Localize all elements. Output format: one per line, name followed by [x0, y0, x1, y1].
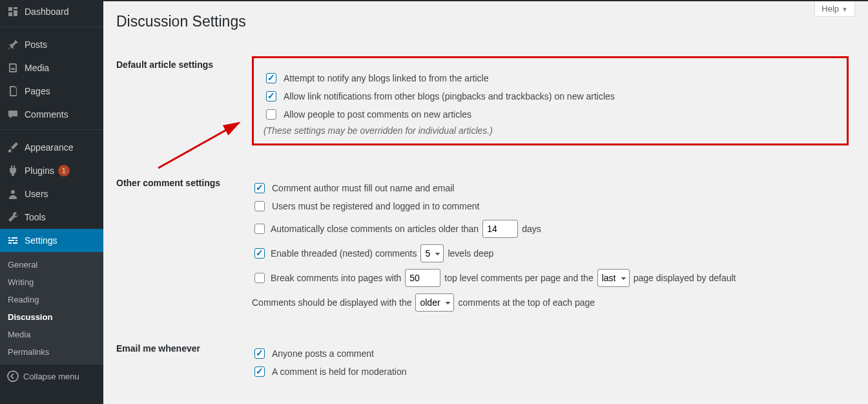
author-fill-checkbox[interactable]: [254, 183, 265, 193]
sidebar-item-settings[interactable]: Settings: [0, 229, 103, 252]
sidebar-item-label: Pages: [25, 86, 50, 96]
email-posts-field[interactable]: Anyone posts a comment: [252, 346, 849, 361]
sidebar-item-appearance[interactable]: Appearance: [0, 136, 103, 159]
svg-point-1: [8, 371, 18, 381]
author-fill-field[interactable]: Comment author must fill out name and em…: [252, 181, 849, 195]
autoclose-pre-label: Automatically close comments on articles…: [271, 224, 479, 234]
order-row: Comments should be displayed with the ol…: [252, 293, 849, 312]
break-post-label: page displayed by default: [634, 273, 736, 283]
sidebar-item-label: Appearance: [25, 142, 74, 153]
autoclose-checkbox[interactable]: [254, 224, 265, 234]
allow-pingbacks-label: Allow link notifications from other blog…: [284, 90, 615, 103]
notify-blogs-checkbox[interactable]: [266, 73, 276, 83]
collapse-icon: [6, 370, 19, 383]
plugins-badge: 1: [58, 165, 70, 176]
submenu-item-permalinks[interactable]: Permalinks: [0, 343, 103, 361]
media-icon: [6, 61, 19, 74]
pin-icon: [6, 38, 19, 51]
registered-checkbox[interactable]: [254, 201, 265, 211]
email-held-field[interactable]: A comment is held for moderation: [252, 365, 849, 379]
allow-comments-label: Allow people to post comments on new art…: [284, 108, 471, 122]
threaded-post-label: levels deep: [448, 248, 493, 259]
section-header-default: Default article settings: [116, 47, 245, 165]
sidebar-item-plugins[interactable]: Plugins 1: [0, 159, 103, 182]
section-header-email: Email me whenever: [116, 330, 245, 395]
main-content: Help▼ Discussion Settings Default articl…: [103, 0, 868, 404]
sidebar-item-users[interactable]: Users: [0, 182, 103, 206]
break-pre-label: Break comments into pages with: [271, 273, 401, 283]
user-icon: [6, 187, 19, 200]
settings-submenu: General Writing Reading Discussion Media…: [0, 252, 103, 365]
threaded-row: Enable threaded (nested) comments 5 leve…: [252, 244, 849, 262]
threaded-checkbox[interactable]: [254, 248, 265, 259]
sidebar-item-label: Media: [25, 63, 49, 73]
sidebar-item-posts[interactable]: Posts: [0, 33, 103, 56]
email-posts-label: Anyone posts a comment: [272, 347, 374, 361]
page-title: Discussion Settings: [116, 13, 855, 30]
collapse-label: Collapse menu: [23, 372, 79, 381]
chevron-down-icon: ▼: [842, 6, 848, 13]
sidebar-item-comments[interactable]: Comments: [0, 103, 103, 126]
allow-comments-checkbox[interactable]: [266, 109, 276, 120]
break-count-input[interactable]: [405, 269, 440, 287]
threaded-levels-select[interactable]: 5: [420, 244, 444, 262]
sidebar-item-media[interactable]: Media: [0, 56, 103, 80]
menu-separator: [0, 27, 103, 30]
sidebar-item-label: Posts: [25, 39, 47, 50]
notify-blogs-field[interactable]: Attempt to notify any blogs linked to fr…: [264, 71, 837, 85]
help-label: Help: [822, 4, 839, 14]
submenu-item-discussion[interactable]: Discussion: [0, 308, 103, 326]
sidebar-item-label: Settings: [25, 235, 57, 246]
break-pages-checkbox[interactable]: [254, 273, 265, 283]
autoclose-days-input[interactable]: [482, 220, 518, 238]
default-settings-note: (These settings may be overridden for in…: [264, 125, 837, 136]
section-header-other: Other comment settings: [116, 165, 245, 330]
threaded-pre-label: Enable threaded (nested) comments: [271, 248, 417, 259]
sidebar-item-tools[interactable]: Tools: [0, 206, 103, 229]
email-held-checkbox[interactable]: [254, 367, 265, 377]
plug-icon: [6, 164, 19, 177]
admin-sidebar: Dashboard Posts Media Pages Comments App…: [0, 0, 103, 404]
sidebar-item-label: Comments: [25, 109, 68, 120]
registered-label: Users must be registered and logged in t…: [272, 200, 479, 213]
registered-field[interactable]: Users must be registered and logged in t…: [252, 199, 849, 213]
help-tab[interactable]: Help▼: [814, 1, 855, 17]
pages-icon: [6, 85, 19, 98]
sidebar-item-pages[interactable]: Pages: [0, 80, 103, 103]
sidebar-item-label: Dashboard: [25, 6, 69, 17]
menu-separator: [0, 129, 103, 133]
email-posts-checkbox[interactable]: [254, 348, 265, 359]
break-page-select[interactable]: last: [597, 269, 630, 287]
collapse-menu-button[interactable]: Collapse menu: [0, 365, 103, 388]
highlight-box: Attempt to notify any blogs linked to fr…: [252, 56, 849, 145]
admin-topbar: [0, 0, 868, 1]
order-select[interactable]: older: [415, 293, 454, 312]
sidebar-item-label: Plugins: [25, 165, 54, 176]
submenu-item-media[interactable]: Media: [0, 326, 103, 343]
settings-form-table: Default article settings Attempt to noti…: [116, 47, 855, 404]
break-pages-row: Break comments into pages with top level…: [252, 269, 849, 287]
notify-blogs-label: Attempt to notify any blogs linked to fr…: [284, 72, 489, 85]
sidebar-item-label: Users: [25, 189, 48, 199]
brush-icon: [6, 141, 19, 154]
allow-pingbacks-field[interactable]: Allow link notifications from other blog…: [264, 89, 837, 103]
autoclose-row: Automatically close comments on articles…: [252, 220, 849, 238]
sidebar-item-label: Tools: [25, 212, 46, 222]
order-post-label: comments at the top of each page: [458, 297, 595, 308]
sidebar-item-dashboard[interactable]: Dashboard: [0, 0, 103, 23]
wrench-icon: [6, 211, 19, 224]
dashboard-icon: [6, 5, 19, 18]
author-fill-label: Comment author must fill out name and em…: [272, 182, 454, 195]
autoclose-post-label: days: [522, 224, 541, 234]
allow-pingbacks-checkbox[interactable]: [266, 91, 276, 101]
submenu-item-writing[interactable]: Writing: [0, 273, 103, 291]
order-pre-label: Comments should be displayed with the: [252, 297, 411, 308]
sliders-icon: [6, 234, 19, 247]
email-held-label: A comment is held for moderation: [272, 365, 407, 379]
comments-icon: [6, 108, 19, 121]
submenu-item-general[interactable]: General: [0, 256, 103, 273]
svg-point-0: [11, 190, 15, 194]
section-header-before: Before a comment appears: [116, 395, 245, 404]
submenu-item-reading[interactable]: Reading: [0, 291, 103, 308]
allow-comments-field[interactable]: Allow people to post comments on new art…: [264, 107, 837, 122]
